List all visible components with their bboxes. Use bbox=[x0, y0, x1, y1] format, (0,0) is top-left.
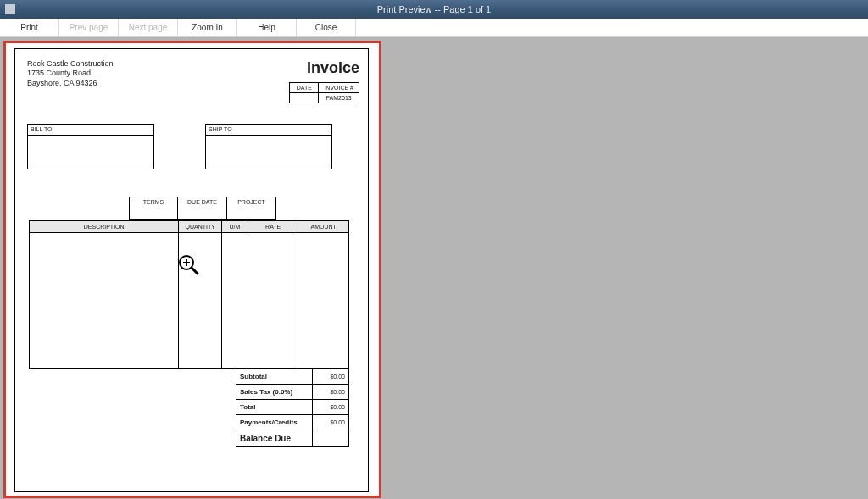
company-addr1: 1735 County Road bbox=[27, 69, 114, 78]
invoice-title: Invoice bbox=[289, 59, 359, 77]
company-addr2: Bayshore, CA 94326 bbox=[27, 79, 114, 88]
invoice-number-value: FAM2013 bbox=[319, 93, 359, 103]
balance-row: Balance Due bbox=[236, 430, 349, 447]
prev-page-button: Prev page bbox=[59, 19, 119, 36]
window-title: Print Preview -- Page 1 of 1 bbox=[0, 4, 868, 14]
company-block: Rock Castle Construction 1735 County Roa… bbox=[27, 59, 114, 103]
project-header: PROJECT bbox=[227, 197, 276, 220]
tax-label: Sales Tax (0.0%) bbox=[236, 385, 313, 400]
ship-to-label: SHIP TO bbox=[209, 126, 232, 132]
invoice-header: Rock Castle Construction 1735 County Roa… bbox=[27, 59, 359, 103]
tax-row: Sales Tax (0.0%) $0.00 bbox=[236, 385, 349, 400]
zoom-in-button[interactable]: Zoom In bbox=[178, 19, 237, 36]
subtotal-label: Subtotal bbox=[236, 369, 313, 385]
invoice-meta-table: DATE INVOICE # FAM2013 bbox=[289, 82, 359, 103]
payments-value: $0.00 bbox=[313, 415, 349, 430]
total-label: Total bbox=[236, 400, 313, 415]
help-button[interactable]: Help bbox=[237, 19, 297, 36]
totals-table: Subtotal $0.00 Sales Tax (0.0%) $0.00 To… bbox=[236, 369, 349, 447]
terms-header: TERMS bbox=[129, 197, 178, 220]
date-value bbox=[290, 93, 319, 103]
print-button[interactable]: Print bbox=[0, 19, 59, 36]
bill-to-box: BILL TO bbox=[27, 124, 154, 169]
company-name: Rock Castle Construction bbox=[27, 59, 114, 69]
balance-value bbox=[313, 430, 349, 447]
page-highlight-frame: Rock Castle Construction 1735 County Roa… bbox=[3, 41, 381, 498]
address-row: BILL TO SHIP TO bbox=[27, 124, 359, 169]
col-um: U/M bbox=[222, 221, 248, 233]
close-button[interactable]: Close bbox=[297, 19, 356, 36]
subtotal-value: $0.00 bbox=[313, 369, 349, 385]
col-description: DESCRIPTION bbox=[30, 221, 179, 233]
subtotal-row: Subtotal $0.00 bbox=[236, 369, 349, 385]
payments-row: Payments/Credits $0.00 bbox=[236, 415, 349, 430]
toolbar: Print Prev page Next page Zoom In Help C… bbox=[0, 19, 868, 37]
ship-to-box: SHIP TO bbox=[205, 124, 332, 169]
balance-label: Balance Due bbox=[236, 430, 313, 447]
bill-to-label: BILL TO bbox=[31, 126, 53, 132]
col-quantity: QUANTITY bbox=[179, 221, 222, 233]
window-titlebar: Print Preview -- Page 1 of 1 bbox=[0, 0, 868, 19]
col-amount: AMOUNT bbox=[298, 221, 349, 233]
ship-to-separator bbox=[206, 135, 331, 136]
invoice-title-block: Invoice DATE INVOICE # FAM2013 bbox=[289, 59, 359, 103]
invoice-page[interactable]: Rock Castle Construction 1735 County Roa… bbox=[14, 48, 369, 492]
total-value: $0.00 bbox=[313, 400, 349, 415]
line-items-body bbox=[30, 233, 349, 369]
date-header: DATE bbox=[290, 83, 319, 93]
payments-label: Payments/Credits bbox=[236, 415, 313, 430]
preview-workspace: Rock Castle Construction 1735 County Roa… bbox=[0, 37, 868, 499]
due-date-header: DUE DATE bbox=[178, 197, 227, 220]
bill-to-separator bbox=[28, 135, 153, 136]
tax-value: $0.00 bbox=[313, 385, 349, 400]
col-rate: RATE bbox=[248, 221, 298, 233]
line-items-table: DESCRIPTION QUANTITY U/M RATE AMOUNT bbox=[29, 220, 349, 369]
terms-row: TERMS DUE DATE PROJECT bbox=[129, 197, 359, 220]
next-page-button: Next page bbox=[119, 19, 178, 36]
invoice-number-header: INVOICE # bbox=[319, 83, 359, 93]
total-row: Total $0.00 bbox=[236, 400, 349, 415]
